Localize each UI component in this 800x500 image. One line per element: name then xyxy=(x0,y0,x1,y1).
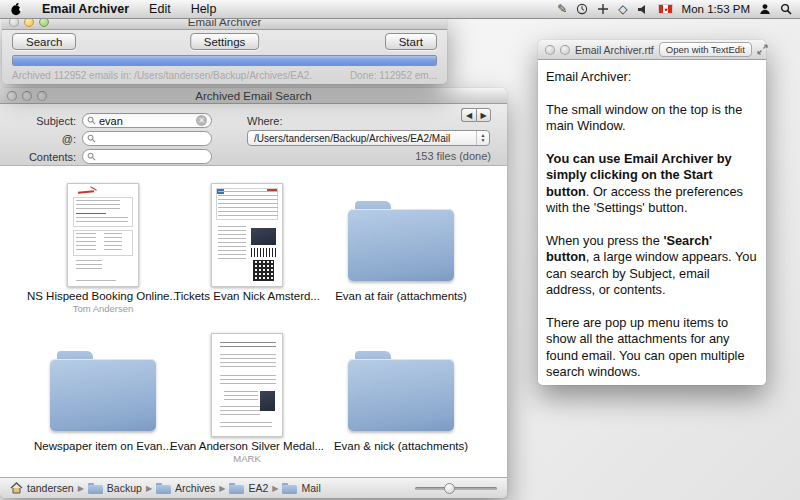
subject-label: Subject: xyxy=(0,115,76,127)
file-name: Evan Anderson Silver Medal... xyxy=(162,440,332,452)
file-subtitle: MARK xyxy=(162,453,332,464)
address-field[interactable] xyxy=(82,131,212,146)
folder-icon xyxy=(88,483,103,494)
folder-icon xyxy=(156,483,171,494)
file-item[interactable]: Evan & nick (attachments) xyxy=(316,325,486,452)
contents-label: Contents: xyxy=(0,151,76,163)
close-button[interactable] xyxy=(7,91,17,101)
menu-help[interactable]: Help xyxy=(181,0,227,18)
apple-menu[interactable] xyxy=(0,0,32,18)
file-name: Evan & nick (attachments) xyxy=(316,440,486,452)
history-nav: ◀ ▶ xyxy=(461,108,491,122)
search-toolbar: ◀ ▶ Subject: ✕ @: Contents: Where: /Us xyxy=(0,104,507,166)
contents-field[interactable] xyxy=(82,149,212,164)
file-item[interactable]: Evan at fair (attachments) xyxy=(316,175,486,302)
search-icon xyxy=(87,116,96,125)
menu-clock[interactable]: Mon 1:53 PM xyxy=(682,3,750,15)
apple-icon xyxy=(10,2,22,16)
address-input[interactable] xyxy=(99,133,207,145)
search-button[interactable]: Search xyxy=(12,33,76,50)
search-titlebar[interactable]: Archived Email Search xyxy=(0,88,507,104)
where-popup[interactable]: /Users/tandersen/Backup/Archives/EA2/Mai… xyxy=(247,130,490,146)
progress-fill xyxy=(13,56,436,65)
desktop: Email Archiver Edit Help ✎ ◇ Mon 1:53 PM xyxy=(0,0,800,500)
document-thumbnail xyxy=(162,175,332,287)
clear-icon[interactable]: ✕ xyxy=(196,115,207,126)
user-switch-icon[interactable] xyxy=(759,3,771,15)
menu-edit[interactable]: Edit xyxy=(139,0,181,18)
folder-icon xyxy=(282,483,297,494)
breadcrumb-backup[interactable]: Backup xyxy=(88,482,142,494)
chevron-right-icon: ▶ xyxy=(272,484,278,493)
file-name: Evan at fair (attachments) xyxy=(316,290,486,302)
file-name: Tickets Evan Nick Amsterd... xyxy=(162,290,332,302)
icon-size-slider[interactable] xyxy=(415,483,497,494)
pen-icon[interactable]: ✎ xyxy=(557,2,567,16)
chevron-right-icon: ▶ xyxy=(78,484,84,493)
file-subtitle: Tom Andersen xyxy=(18,303,188,314)
slider-knob[interactable] xyxy=(444,483,455,494)
close-button[interactable] xyxy=(545,45,555,55)
input-source-flag-icon[interactable] xyxy=(658,4,673,14)
spotlight-icon[interactable] xyxy=(780,3,792,15)
minimize-button[interactable] xyxy=(22,91,32,101)
archive-done-text: Done: 112952 em... xyxy=(350,70,437,81)
archive-status-text: Archived 112952 emails in: /Users/tander… xyxy=(12,70,312,81)
subject-field[interactable]: ✕ xyxy=(82,113,212,128)
zoom-button[interactable] xyxy=(560,45,570,55)
breadcrumb-archives[interactable]: Archives xyxy=(156,482,215,494)
subject-input[interactable] xyxy=(99,115,193,127)
chevron-right-icon: ▶ xyxy=(219,484,225,493)
where-value: /Users/tandersen/Backup/Archives/EA2/Mai… xyxy=(254,133,476,144)
zoom-button[interactable] xyxy=(37,91,47,101)
file-item[interactable]: Evan Anderson Silver Medal... MARK xyxy=(162,325,332,464)
archived-email-search-window: Archived Email Search ◀ ▶ Subject: ✕ @: … xyxy=(0,88,507,498)
breadcrumb-mail[interactable]: Mail xyxy=(282,482,320,494)
quicklook-text: Email Archiver:The small window on the t… xyxy=(538,60,766,385)
breadcrumb-home[interactable]: tandersen xyxy=(10,482,74,494)
menu-bar: Email Archiver Edit Help ✎ ◇ Mon 1:53 PM xyxy=(0,0,800,19)
search-icon xyxy=(87,152,96,161)
forward-button[interactable]: ▶ xyxy=(476,108,491,122)
back-button[interactable]: ◀ xyxy=(461,108,476,122)
sync-clock-icon[interactable] xyxy=(576,3,588,15)
folder-icon xyxy=(316,325,486,437)
popup-stepper-icon: ▲▼ xyxy=(476,131,489,145)
quicklook-titlebar[interactable]: Email Archiver.rtf Open with TextEdit xyxy=(538,40,766,60)
settings-button[interactable]: Settings xyxy=(190,33,260,50)
spaces-diamond-icon[interactable]: ◇ xyxy=(618,2,627,16)
search-window-title: Archived Email Search xyxy=(195,90,311,102)
quicklook-title: Email Archiver.rtf xyxy=(575,44,654,56)
address-label: @: xyxy=(0,133,76,145)
email-archiver-window: Email Archiver Search Settings Start Arc… xyxy=(2,14,447,84)
crosshair-icon[interactable] xyxy=(597,3,609,15)
folder-icon xyxy=(316,175,486,287)
where-label: Where: xyxy=(247,115,282,127)
contents-input[interactable] xyxy=(99,151,207,163)
menu-app-name[interactable]: Email Archiver xyxy=(32,0,139,18)
breadcrumb-ea2[interactable]: EA2 xyxy=(229,482,268,494)
volume-icon[interactable] xyxy=(637,4,649,15)
start-button[interactable]: Start xyxy=(385,33,437,50)
chevron-right-icon: ▶ xyxy=(146,484,152,493)
file-item[interactable]: Tickets Evan Nick Amsterd... xyxy=(162,175,332,302)
quicklook-window: Email Archiver.rtf Open with TextEdit Em… xyxy=(538,40,766,385)
open-with-textedit-button[interactable]: Open with TextEdit xyxy=(659,42,752,57)
home-icon xyxy=(10,482,23,494)
search-icon xyxy=(87,134,96,143)
path-bar: tandersen ▶ Backup ▶ Archives ▶ EA2 ▶ Ma… xyxy=(0,477,507,498)
files-count: 153 files (done) xyxy=(415,150,491,162)
folder-icon xyxy=(229,483,244,494)
fullscreen-icon[interactable] xyxy=(757,41,768,59)
search-results: NS Hispeed Booking Online... Tom Anderse… xyxy=(0,166,507,477)
archive-progress-bar xyxy=(12,55,437,66)
document-thumbnail xyxy=(162,325,332,437)
